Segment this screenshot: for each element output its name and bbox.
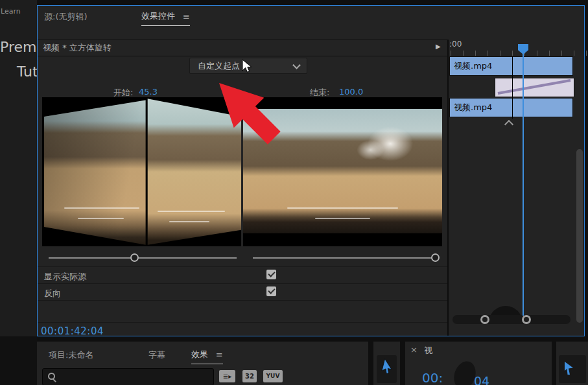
end-value[interactable]: 100.0 bbox=[339, 87, 363, 97]
check-icon bbox=[268, 270, 275, 277]
panel-menu-icon[interactable]: ≡ bbox=[216, 350, 223, 360]
transition-ramp-line bbox=[495, 78, 572, 95]
chevron-up-icon[interactable] bbox=[504, 120, 513, 129]
effect-header-title: 视频 * 立方体旋转 bbox=[43, 42, 112, 54]
selection-tool-icon bbox=[378, 358, 396, 379]
reverse-checkbox[interactable] bbox=[266, 286, 276, 296]
selection-tool-button[interactable] bbox=[377, 355, 397, 383]
close-icon[interactable]: × bbox=[410, 345, 417, 355]
tab-effects[interactable]: 效果 ≡ bbox=[191, 349, 223, 364]
column-divider bbox=[447, 40, 449, 336]
subtitle-bar bbox=[169, 221, 209, 222]
32bit-badge[interactable]: 32 bbox=[242, 370, 257, 382]
background-text-prem: Prem bbox=[0, 39, 36, 55]
red-annotation-arrow bbox=[214, 78, 288, 152]
zoom-handle-right[interactable] bbox=[522, 315, 531, 324]
effect-controls-panel: 源:(无剪辑) 效果控件 ≡ 视频 * 立方体旋转 ▶ 自定义起点 开始: 45… bbox=[37, 5, 585, 336]
timeline-tab-label[interactable]: 视 bbox=[424, 345, 432, 356]
pointer-icon bbox=[564, 361, 576, 377]
search-icon-handle bbox=[53, 379, 56, 382]
yuv-badge[interactable]: YUV bbox=[263, 370, 283, 382]
reverse-label: 反向 bbox=[44, 288, 61, 299]
subtitle-bar bbox=[78, 218, 124, 219]
time-ruler[interactable] bbox=[451, 51, 587, 56]
play-transition-icon[interactable]: ▶ bbox=[436, 43, 441, 50]
background-window: Learn Prem Tut bbox=[0, 0, 37, 385]
mouse-cursor bbox=[242, 59, 253, 75]
start-value[interactable]: 45.3 bbox=[139, 87, 158, 97]
check-icon bbox=[268, 286, 275, 294]
divider bbox=[38, 300, 447, 301]
tab-captions[interactable]: 字幕 bbox=[148, 349, 165, 361]
edit-point-line bbox=[512, 56, 513, 119]
end-slider-track[interactable] bbox=[253, 257, 436, 259]
subtitle-bar bbox=[64, 207, 140, 209]
tab-effect-controls[interactable]: 效果控件 ≡ bbox=[141, 10, 190, 26]
subtitle-bar bbox=[158, 211, 225, 212]
timeline-clip-bottom[interactable]: 视频.mp4 bbox=[449, 98, 573, 117]
timeline-panel: × 视 00: 04 bbox=[405, 342, 552, 385]
start-preview-thumbnail bbox=[42, 97, 241, 246]
search-input[interactable] bbox=[60, 370, 208, 383]
sequence-timecode-left[interactable]: 00: bbox=[422, 370, 443, 385]
zoom-handle-left[interactable] bbox=[480, 315, 489, 324]
divider bbox=[38, 266, 447, 267]
zoom-scrollbar-track[interactable] bbox=[453, 315, 570, 324]
show-actual-sources-checkbox[interactable] bbox=[266, 270, 276, 279]
sequence-timecode-right: 04 bbox=[474, 374, 489, 385]
effects-search-box[interactable] bbox=[42, 368, 214, 385]
right-tool-button[interactable] bbox=[559, 355, 586, 383]
tab-effect-controls-label: 效果控件 bbox=[141, 10, 175, 22]
background-text-learn: Learn bbox=[1, 7, 21, 16]
tools-panel bbox=[373, 342, 400, 385]
timeline-clip-top[interactable]: 视频.mp4 bbox=[449, 56, 573, 76]
effects-panel: 项目:未命名 字幕 效果 ≡ ≡▸ 32 YUV bbox=[37, 342, 368, 385]
tab-source[interactable]: 源:(无剪辑) bbox=[44, 11, 88, 23]
panel-timecode[interactable]: 00:01:42:04 bbox=[41, 325, 104, 337]
playhead-line[interactable] bbox=[523, 54, 524, 316]
vertical-scrollbar[interactable] bbox=[576, 149, 583, 323]
tab-project[interactable]: 项目:未命名 bbox=[49, 349, 93, 361]
ruler-label: :00 bbox=[449, 40, 462, 49]
divider bbox=[38, 322, 447, 323]
subtitle-bar bbox=[287, 207, 399, 209]
transition-block[interactable] bbox=[495, 78, 574, 97]
subtitle-bar bbox=[315, 218, 371, 219]
start-slider-knob[interactable] bbox=[130, 253, 139, 262]
background-shade bbox=[0, 336, 37, 385]
panel-menu-icon[interactable]: ≡ bbox=[183, 12, 190, 21]
start-slider-track[interactable] bbox=[49, 257, 237, 259]
accelerated-effects-badge[interactable]: ≡▸ bbox=[219, 370, 235, 382]
background-text-tut: Tut bbox=[17, 64, 37, 80]
custom-start-dropdown-value: 自定义起点 bbox=[198, 60, 240, 72]
divider bbox=[38, 283, 447, 284]
tab-effects-label: 效果 bbox=[191, 349, 208, 360]
right-panel-fragment bbox=[556, 342, 588, 385]
end-slider-knob[interactable] bbox=[431, 253, 440, 262]
chevron-down-icon bbox=[292, 61, 301, 69]
show-actual-sources-label: 显示实际源 bbox=[44, 271, 86, 283]
